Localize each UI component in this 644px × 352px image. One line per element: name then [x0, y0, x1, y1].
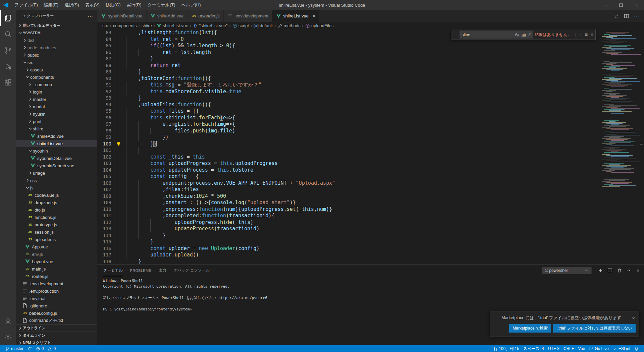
- tree-item[interactable]: JSenv.js: [16, 250, 97, 258]
- status-error[interactable]: 0: [34, 345, 46, 352]
- code-line-94[interactable]: 94 ,uploadFiles:function(){: [97, 102, 600, 108]
- breadcrumb[interactable]: src›components›shiire›shiireList.vue›{}"…: [97, 22, 644, 30]
- tree-item[interactable]: node_modules: [16, 44, 97, 51]
- overview-ruler[interactable]: [640, 30, 644, 264]
- code-line-108[interactable]: 108 ,chunkSize:1024 * 500: [97, 193, 600, 200]
- code-editor[interactable]: 83 ,listLength:function(lst){84 let ret …: [97, 30, 644, 264]
- code-line-101[interactable]: 101: [97, 147, 600, 154]
- code-line-91[interactable]: 91 this.msg = "登録します。よろしいですか？": [97, 82, 600, 89]
- tree-item[interactable]: nyukin: [16, 110, 97, 118]
- match-case-icon[interactable]: Aa: [515, 33, 519, 37]
- breadcrumb-item[interactable]: methods: [278, 23, 301, 28]
- tree-section-header[interactable]: YSYSTEM: [16, 29, 97, 37]
- code-line-102[interactable]: 102 const _this = this: [97, 154, 600, 161]
- code-line-96[interactable]: 96 this.shiireList.forEach(e=>{: [97, 115, 600, 121]
- menubar-item[interactable]: 移動(G): [103, 0, 124, 10]
- activity-extensions[interactable]: [0, 74, 16, 91]
- code-line-112[interactable]: 112 uploadProgress.hide(_this): [97, 219, 600, 226]
- code-line-88[interactable]: 88 return ret: [97, 62, 600, 69]
- tab-syouhinDetail.vue[interactable]: syouhinDetail.vue: [97, 10, 147, 22]
- sidebar-section-header[interactable]: アウトライン: [16, 324, 97, 332]
- sidebar-section-header[interactable]: NPM スクリプト: [16, 339, 97, 345]
- tab-uploader.js[interactable]: JSuploader.js: [187, 10, 223, 22]
- tree-item[interactable]: .env.production: [16, 287, 97, 295]
- menubar-item[interactable]: 選択(S): [61, 0, 82, 10]
- tree-item[interactable]: JSbabel.config.js: [16, 309, 97, 317]
- activity-search[interactable]: [0, 26, 16, 42]
- activity-settings[interactable]: [0, 329, 16, 345]
- code-line-105[interactable]: 105 const config = {: [97, 173, 600, 180]
- code-line-100[interactable]: 100 }): [97, 141, 600, 148]
- status-UTF-8[interactable]: UTF-8: [546, 345, 561, 352]
- notification-close-icon[interactable]: ×: [631, 315, 636, 321]
- tree-item[interactable]: JSmain.js: [16, 265, 97, 273]
- find-in-selection-icon[interactable]: ≡: [585, 32, 588, 37]
- panel-close-icon[interactable]: ×: [635, 268, 641, 273]
- breadcrumb-item[interactable]: {}"shiireList.vue": [193, 23, 228, 28]
- status-bell[interactable]: [632, 345, 641, 352]
- split-editor-icon[interactable]: [624, 13, 629, 19]
- close-window-button[interactable]: [629, 0, 644, 10]
- tree-item[interactable]: .env.development: [16, 280, 97, 287]
- sidebar-section-header[interactable]: タイムライン: [16, 332, 97, 339]
- status-Vue[interactable]: Vue: [576, 345, 587, 352]
- find-next-icon[interactable]: ↓: [580, 32, 582, 37]
- panel-tab-デバッグ コンソール[interactable]: デバッグ コンソール: [174, 265, 210, 276]
- tree-item[interactable]: css: [16, 177, 97, 184]
- code-line-113[interactable]: 113 updateProcess(transactionid): [97, 226, 600, 232]
- code-line-110[interactable]: 110 ,onprogress:function(num){uploadProg…: [97, 206, 600, 213]
- status-sync[interactable]: [25, 345, 34, 352]
- plus-icon[interactable]: [598, 268, 603, 273]
- menubar-item[interactable]: 編集(E): [41, 0, 61, 10]
- status-CRLF[interactable]: CRLF: [561, 345, 576, 352]
- trash-icon[interactable]: [616, 268, 622, 273]
- regex-icon[interactable]: .*: [528, 33, 531, 37]
- tree-item[interactable]: Layout.vue: [16, 258, 97, 265]
- panel-tab-出力[interactable]: 出力: [159, 265, 166, 276]
- tab-shiireList.vue[interactable]: shiireList.vue×: [272, 10, 320, 22]
- breadcrumb-item[interactable]: shiireList.vue: [157, 23, 188, 28]
- tab-shiireAdd.vue[interactable]: shiireAdd.vue: [147, 10, 188, 22]
- status-warning[interactable]: 0: [46, 345, 58, 352]
- tree-item[interactable]: js: [16, 184, 97, 191]
- tree-item[interactable]: syouhin: [16, 147, 97, 155]
- tree-item[interactable]: JSdropzone.js: [16, 199, 97, 206]
- maximize-window-button[interactable]: [613, 0, 629, 10]
- tree-item[interactable]: JSdto.js: [16, 206, 97, 214]
- tree-item[interactable]: shiireList.vue: [16, 140, 97, 147]
- terminal-shell-select[interactable]: 1: powershell: [542, 267, 592, 274]
- tree-item[interactable]: login: [16, 88, 97, 96]
- code-lines[interactable]: 83 ,listLength:function(lst){84 let ret …: [97, 30, 600, 264]
- tab-.env.development[interactable]: .env.development: [224, 10, 273, 22]
- tree-item[interactable]: uriage: [16, 169, 97, 177]
- menubar-item[interactable]: 実行(R): [124, 0, 145, 10]
- tree-item[interactable]: shiire: [16, 125, 97, 132]
- tree-item[interactable]: JSfunctions.js: [16, 214, 97, 221]
- code-line-86[interactable]: 86 ret = lst.length: [97, 49, 600, 56]
- code-line-89[interactable]: 89 }: [97, 69, 600, 75]
- panel-tab-ターミナル[interactable]: ターミナル: [103, 265, 123, 276]
- code-line-115[interactable]: 115 }: [97, 239, 600, 245]
- code-line-104[interactable]: 104 const updateProcess = this.toStore: [97, 167, 600, 174]
- code-line-97[interactable]: 97 e.imgList.forEach(img=>{: [97, 121, 600, 128]
- tree-item[interactable]: assets: [16, 66, 97, 73]
- code-line-106[interactable]: 106 endpoint:process.env.VUE_APP_API_END…: [97, 180, 600, 187]
- activity-source-control[interactable]: [0, 42, 16, 58]
- chevron-up-icon[interactable]: [626, 268, 631, 273]
- activity-run-debug[interactable]: [0, 58, 16, 74]
- minimize-window-button[interactable]: [598, 0, 613, 10]
- code-line-116[interactable]: 116 const uploder = new Uploader(config): [97, 245, 600, 252]
- breadcrumb-item[interactable]: script: [232, 23, 249, 28]
- tree-item[interactable]: syouhinDetail.vue: [16, 155, 97, 162]
- breadcrumb-item[interactable]: src: [102, 23, 108, 28]
- breadcrumb-item[interactable]: components: [113, 23, 137, 28]
- code-line-103[interactable]: 103 const uploadProgress = this.uploadPr…: [97, 160, 600, 167]
- whole-word-icon[interactable]: ab: [522, 33, 526, 37]
- breadcrumb-item[interactable]: [@]default: [254, 23, 273, 28]
- find-input[interactable]: slice Aa ab .*: [460, 31, 533, 39]
- code-line-95[interactable]: 95 const files = []: [97, 108, 600, 115]
- activity-account[interactable]: [0, 313, 16, 329]
- tree-item[interactable]: JSprototype.js: [16, 221, 97, 228]
- code-line-118[interactable]: 118 }: [97, 258, 600, 265]
- tree-item[interactable]: shiireAdd.vue: [16, 132, 97, 140]
